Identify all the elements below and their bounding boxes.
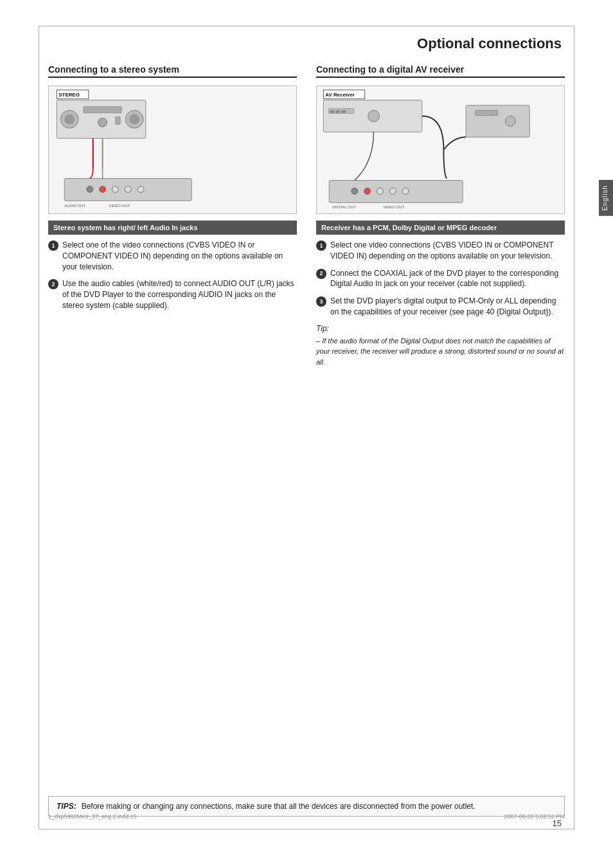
left-step-1-text: Select one of the video connections (CVB… <box>62 240 297 272</box>
svg-point-35 <box>377 188 384 194</box>
page-border-left <box>39 26 39 829</box>
svg-point-18 <box>138 186 144 192</box>
av-diagram-box: AV Receiver <box>316 86 565 214</box>
stereo-diagram-svg: STEREO <box>49 86 296 213</box>
left-column: Connecting to a stereo system STEREO <box>48 64 297 367</box>
right-step-1-text: Select one video connections (CVBS VIDEO… <box>330 240 565 262</box>
svg-point-16 <box>112 186 118 192</box>
svg-point-33 <box>351 188 358 194</box>
svg-rect-27 <box>341 111 346 113</box>
svg-rect-25 <box>330 111 334 113</box>
left-section-title: Connecting to a stereo system <box>48 64 179 75</box>
svg-text:AV Receiver: AV Receiver <box>325 92 355 98</box>
tip-text: – If the audio format of the Digital Out… <box>316 336 565 368</box>
svg-text:VIDEO OUT: VIDEO OUT <box>109 204 130 208</box>
svg-point-15 <box>100 186 106 192</box>
svg-point-17 <box>125 186 131 192</box>
svg-point-36 <box>389 188 396 194</box>
left-section-header: Connecting to a stereo system <box>48 64 297 78</box>
svg-point-4 <box>64 114 75 125</box>
step-1-number: 1 <box>48 240 58 251</box>
page-number: 15 <box>553 818 562 828</box>
tips-label: TIPS: <box>57 802 76 811</box>
left-step-2: 2 Use the audio cables (white/red) to co… <box>48 278 297 311</box>
svg-point-31 <box>505 116 515 127</box>
svg-point-28 <box>368 111 380 122</box>
right-sub-header: Receiver has a PCM, Dolby Digital or MPE… <box>316 221 565 235</box>
stereo-diagram-box: STEREO <box>48 86 297 214</box>
main-content: Connecting to a stereo system STEREO <box>48 64 565 823</box>
tip-label: Tip: <box>316 324 565 333</box>
svg-point-8 <box>98 118 107 127</box>
right-column: Connecting to a digital AV receiver AV R… <box>316 64 565 367</box>
page-title: Optional connections <box>417 35 562 52</box>
left-step-2-text: Use the audio cables (white/red) to conn… <box>62 278 297 311</box>
svg-rect-30 <box>475 111 498 116</box>
left-steps-list: 1 Select one of the video connections (C… <box>48 240 297 311</box>
footer-left: 1_dvp5982MKII_37_eng 2.indd 15 <box>48 813 137 820</box>
svg-rect-7 <box>84 107 121 113</box>
page-border-right <box>574 26 574 829</box>
page-title-area: Optional connections <box>417 35 562 52</box>
right-step-2-text: Connect the COAXIAL jack of the DVD play… <box>330 268 565 290</box>
right-step-1-number: 1 <box>316 240 326 251</box>
right-step-3: 3 Set the DVD player's digital output to… <box>316 296 565 318</box>
page-border-top <box>39 26 574 26</box>
svg-text:DIGITAL OUT: DIGITAL OUT <box>332 205 356 209</box>
svg-point-37 <box>402 188 409 194</box>
svg-rect-9 <box>115 117 120 125</box>
svg-point-6 <box>129 114 139 125</box>
footer-line: 1_dvp5982MKII_37_eng 2.indd 15 2007-08-2… <box>48 813 565 820</box>
columns-layout: Connecting to a stereo system STEREO <box>48 64 565 367</box>
page-border-bottom <box>39 829 574 829</box>
right-section-title: Connecting to a digital AV receiver <box>316 64 464 75</box>
svg-point-34 <box>364 188 371 194</box>
left-sub-header: Stereo system has right/ left Audio In j… <box>48 221 297 235</box>
tip-section: Tip: – If the audio format of the Digita… <box>316 324 565 368</box>
step-2-number: 2 <box>48 279 58 289</box>
right-step-1: 1 Select one video connections (CVBS VID… <box>316 240 565 262</box>
english-tab: English <box>599 180 613 216</box>
right-step-2: 2 Connect the COAXIAL jack of the DVD pl… <box>316 268 565 290</box>
right-step-3-number: 3 <box>316 296 326 307</box>
svg-text:STEREO: STEREO <box>58 92 80 98</box>
tips-text: Before making or changing any connection… <box>82 802 475 811</box>
av-diagram-svg: AV Receiver <box>317 86 564 213</box>
right-step-2-number: 2 <box>316 269 326 279</box>
right-step-3-text: Set the DVD player's digital output to P… <box>330 296 565 318</box>
right-steps-list: 1 Select one video connections (CVBS VID… <box>316 240 565 318</box>
svg-point-14 <box>87 186 93 192</box>
svg-text:AUDIO OUT: AUDIO OUT <box>64 204 85 208</box>
svg-rect-26 <box>335 111 340 113</box>
left-step-1: 1 Select one of the video connections (C… <box>48 240 297 272</box>
svg-rect-29 <box>466 105 529 138</box>
right-section-header: Connecting to a digital AV receiver <box>316 64 565 78</box>
svg-text:VIDEO OUT: VIDEO OUT <box>383 205 404 209</box>
